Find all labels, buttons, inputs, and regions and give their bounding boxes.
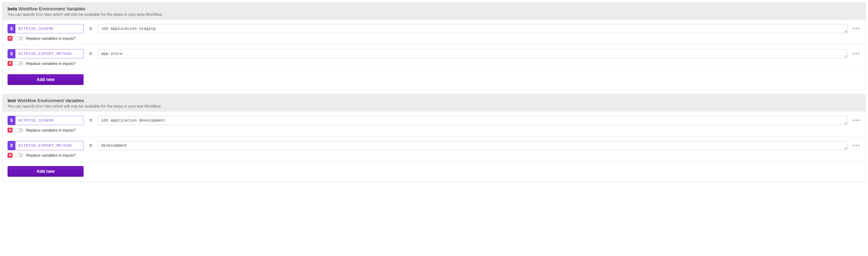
- env-key-input[interactable]: [15, 141, 84, 150]
- replace-toggle[interactable]: [15, 153, 23, 157]
- env-key-input[interactable]: [15, 116, 84, 125]
- equals-sign: =: [89, 26, 93, 31]
- replace-label: Replace variables in inputs?: [26, 128, 76, 132]
- section-footer: Add new: [3, 70, 865, 90]
- dollar-icon: $: [8, 116, 15, 125]
- env-value-input[interactable]: [98, 49, 848, 58]
- env-key-wrap: $: [8, 24, 84, 33]
- section-title: beta Workflow Environment Variables: [8, 6, 860, 11]
- section-title-prefix: beta: [8, 6, 17, 11]
- delete-button[interactable]: ✕: [8, 36, 13, 41]
- equals-sign: =: [89, 51, 93, 56]
- replace-label: Replace variables in inputs?: [26, 61, 76, 66]
- env-var-row-sub: ✕ Replace variables in inputs?: [8, 61, 860, 66]
- env-var-row-main: $ = •••: [8, 116, 860, 125]
- env-key-input[interactable]: [15, 49, 84, 58]
- equals-sign: =: [89, 143, 93, 148]
- section-header: test Workflow Environment Variables You …: [3, 94, 865, 112]
- more-icon[interactable]: •••: [853, 144, 860, 147]
- replace-toggle[interactable]: [15, 61, 23, 66]
- add-new-button[interactable]: Add new: [8, 166, 84, 177]
- replace-toggle[interactable]: [15, 36, 23, 41]
- add-new-button[interactable]: Add new: [8, 74, 84, 85]
- env-value-input[interactable]: [98, 24, 848, 33]
- dollar-icon: $: [8, 141, 15, 150]
- workflow-section-test: test Workflow Environment Variables You …: [2, 94, 866, 182]
- delete-button[interactable]: ✕: [8, 128, 13, 133]
- env-value-input[interactable]: [98, 141, 848, 150]
- env-var-row: $ = ••• ✕ Replace variables in inputs?: [3, 112, 865, 137]
- section-footer: Add new: [3, 162, 865, 182]
- env-var-row-main: $ = •••: [8, 49, 860, 58]
- section-title-rest: Workflow Environment Variables: [17, 98, 84, 103]
- env-key-wrap: $: [8, 116, 84, 125]
- section-title-rest: Workflow Environment Variables: [18, 6, 85, 11]
- env-var-row-sub: ✕ Replace variables in inputs?: [8, 153, 860, 158]
- env-var-row-sub: ✕ Replace variables in inputs?: [8, 128, 860, 133]
- equals-sign: =: [89, 118, 93, 123]
- section-title-prefix: test: [8, 98, 16, 103]
- env-var-row: $ = ••• ✕ Replace variables in inputs?: [3, 20, 865, 45]
- replace-label: Replace variables in inputs?: [26, 36, 76, 41]
- dollar-icon: $: [8, 24, 15, 33]
- env-var-row: $ = ••• ✕ Replace variables in inputs?: [3, 137, 865, 162]
- env-key-wrap: $: [8, 49, 84, 58]
- more-icon[interactable]: •••: [853, 27, 860, 30]
- env-var-row-main: $ = •••: [8, 141, 860, 150]
- section-subtitle: You can specify Env Vars which will only…: [8, 12, 860, 16]
- workflow-section-beta: beta Workflow Environment Variables You …: [2, 2, 866, 90]
- delete-button[interactable]: ✕: [8, 61, 13, 66]
- section-header: beta Workflow Environment Variables You …: [3, 3, 865, 20]
- section-title: test Workflow Environment Variables: [8, 98, 860, 103]
- env-value-input[interactable]: [98, 116, 848, 125]
- env-key-input[interactable]: [15, 24, 84, 33]
- more-icon[interactable]: •••: [853, 52, 860, 56]
- env-var-row-main: $ = •••: [8, 24, 860, 33]
- replace-label: Replace variables in inputs?: [26, 153, 76, 157]
- dollar-icon: $: [8, 49, 15, 58]
- env-key-wrap: $: [8, 141, 84, 150]
- env-var-row: $ = ••• ✕ Replace variables in inputs?: [3, 45, 865, 70]
- more-icon[interactable]: •••: [853, 119, 860, 122]
- delete-button[interactable]: ✕: [8, 153, 13, 158]
- env-var-row-sub: ✕ Replace variables in inputs?: [8, 36, 860, 41]
- section-subtitle: You can specify Env Vars which will only…: [8, 104, 860, 108]
- replace-toggle[interactable]: [15, 128, 23, 132]
